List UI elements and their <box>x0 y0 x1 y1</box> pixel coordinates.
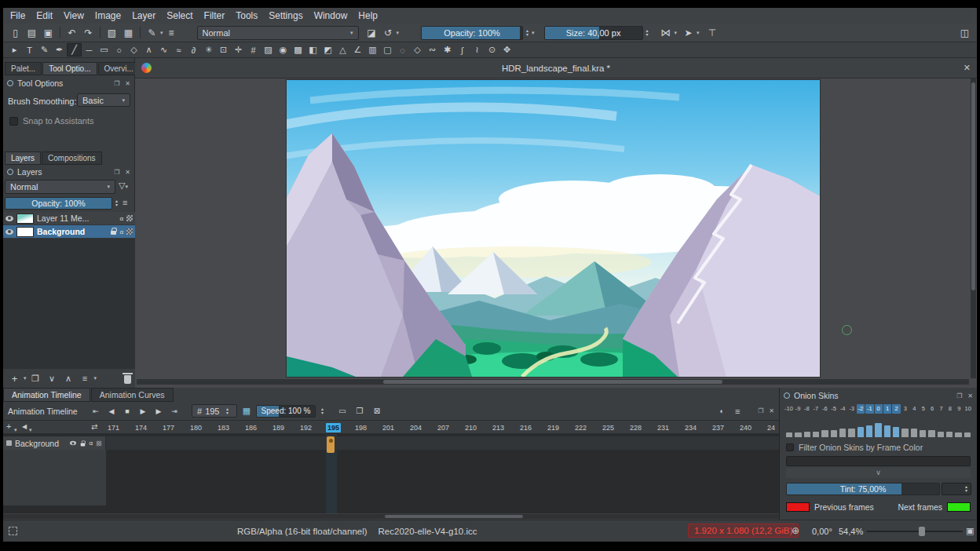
open-document-icon[interactable]: ▤ <box>24 25 40 40</box>
onion-opacity-bar[interactable] <box>911 429 917 437</box>
frame-cell[interactable]: 216 <box>518 421 546 434</box>
next-frames-color-swatch[interactable] <box>947 502 971 512</box>
layer-properties-button[interactable]: ≡ <box>78 372 93 385</box>
menu-item[interactable]: Select <box>161 8 198 24</box>
onion-offset-cell[interactable]: 0 <box>875 404 883 414</box>
size-slider[interactable]: Size: 40,00 px <box>544 26 643 40</box>
line-tool-icon[interactable]: ─ <box>82 43 97 57</box>
onion-opacity-bar[interactable] <box>786 432 792 437</box>
timeline-tab[interactable]: Animation Timeline <box>3 388 90 402</box>
frame-cell[interactable]: 177 <box>161 421 188 434</box>
dropdown-caret-icon[interactable]: ▾ <box>24 375 27 381</box>
onion-offset-cell[interactable]: 8 <box>946 404 954 414</box>
polygon-tool-icon[interactable]: ◇ <box>126 43 141 57</box>
onion-opacity-bar[interactable] <box>893 427 899 437</box>
inherit-alpha-icon[interactable]: α <box>119 228 123 235</box>
remove-keyframe-icon[interactable]: ◀ <box>22 423 27 430</box>
onion-offset-cell[interactable]: -3 <box>847 404 855 414</box>
frame-cell[interactable]: 171 <box>106 421 133 434</box>
mirror-vertical-icon[interactable]: ➤ <box>680 25 697 40</box>
onion-offset-cell[interactable]: 9 <box>955 404 963 414</box>
opacity-slider[interactable]: Opacity: 100% <box>421 26 523 40</box>
onion-opacity-bar[interactable] <box>920 430 926 437</box>
next-frame-icon[interactable]: ▶ <box>152 404 166 418</box>
frame-cell[interactable]: 189 <box>271 421 298 434</box>
float-docker-icon[interactable]: ❐ <box>114 169 119 176</box>
frame-cell[interactable]: 186 <box>243 421 271 434</box>
brush-smoothing-combo[interactable]: Basic ▾ <box>77 93 130 107</box>
frame-cell[interactable]: 222 <box>573 421 601 434</box>
onion-offset-cell[interactable]: 10 <box>964 404 972 414</box>
onion-opacity-bar[interactable] <box>964 432 971 437</box>
freehand-path-tool-icon[interactable]: ≈ <box>171 43 186 57</box>
current-frame-field[interactable]: # 195 ▴▾ <box>192 404 237 418</box>
close-docker-icon[interactable]: ✕ <box>125 169 130 176</box>
skip-to-start-icon[interactable]: ⇤ <box>89 404 103 418</box>
zoom-tool-icon[interactable]: ⊙ <box>485 43 499 57</box>
rectangle-tool-icon[interactable]: ▭ <box>97 43 112 57</box>
select-elliptical-icon[interactable]: ◌ <box>395 43 410 57</box>
track-channel-icon[interactable] <box>97 440 101 445</box>
dock-tab[interactable]: Tool Optio... <box>42 62 97 75</box>
tint-spinbox[interactable]: ▴▾ <box>942 483 971 495</box>
layer-options-menu-icon[interactable]: ≡ <box>122 198 127 207</box>
frame-color-filter-field[interactable] <box>786 456 971 466</box>
bezier-curve-tool-icon[interactable]: ∿ <box>156 43 171 57</box>
onion-opacity-bar[interactable] <box>866 425 872 437</box>
frame-cell[interactable]: 213 <box>491 421 518 434</box>
keyframe-marker[interactable] <box>327 436 335 453</box>
frame-cell[interactable]: 24 <box>766 421 779 434</box>
move-layer-up-button[interactable]: ∧ <box>61 372 76 385</box>
ellipse-tool-icon[interactable]: ○ <box>112 43 126 57</box>
timeline-tab[interactable]: Animation Curves <box>91 388 174 402</box>
assistants-tool-icon[interactable]: △ <box>335 43 350 57</box>
playback-speed-slider[interactable]: Speed: 100 % <box>256 405 316 418</box>
track-label[interactable]: Background α <box>3 436 106 450</box>
onion-opacity-bar[interactable] <box>875 423 881 437</box>
freehand-brush-tool-icon[interactable]: ╱ <box>67 43 82 57</box>
select-magnetic-icon[interactable]: ≀ <box>470 43 485 57</box>
onion-offset-cell[interactable]: -7 <box>812 404 820 414</box>
move-layer-down-button[interactable]: ∨ <box>45 372 60 385</box>
calligraphy-tool-icon[interactable]: ✒ <box>52 43 67 57</box>
dynamic-brush-tool-icon[interactable]: ∂ <box>186 43 201 57</box>
eraser-mode-icon[interactable]: ◪ <box>364 25 380 40</box>
dropdown-caret-icon[interactable]: ▾ <box>397 30 400 36</box>
onion-opacity-bar[interactable] <box>946 432 953 437</box>
undo-icon[interactable]: ↶ <box>64 25 80 40</box>
onion-opacity-bar[interactable] <box>901 429 908 437</box>
onion-offset-cell[interactable]: -10 <box>784 404 793 414</box>
frame-cell[interactable]: 228 <box>628 421 656 434</box>
track-cells[interactable] <box>106 436 779 450</box>
duplicate-layer-button[interactable]: ❐ <box>28 372 43 385</box>
select-rectangular-icon[interactable]: ▢ <box>380 43 395 57</box>
add-keyframe-icon[interactable]: + <box>6 421 11 431</box>
onion-offset-cell[interactable]: 2 <box>892 404 900 414</box>
play-icon[interactable]: ▶ <box>136 404 150 418</box>
timeline-hscrollbar[interactable] <box>3 514 779 519</box>
move-tool-icon[interactable]: ✛ <box>231 43 246 57</box>
blend-mode-combo[interactable]: Normal ▾ <box>197 26 359 40</box>
menu-item[interactable]: Settings <box>263 8 308 24</box>
polyline-tool-icon[interactable]: ∧ <box>141 43 156 57</box>
frame-cell[interactable]: 210 <box>463 421 491 434</box>
onion-opacity-bar[interactable] <box>795 432 801 437</box>
frame-cell[interactable]: 204 <box>408 421 436 434</box>
layer-lock-icon[interactable] <box>111 231 116 235</box>
text-tool-icon[interactable]: T <box>22 43 37 57</box>
dropdown-caret-icon[interactable]: ▾ <box>675 30 678 36</box>
skip-to-end-icon[interactable]: ⇥ <box>167 404 181 418</box>
edit-shapes-tool-icon[interactable]: ✎ <box>37 43 52 57</box>
brush-editor-icon[interactable]: ≡ <box>163 25 180 40</box>
pattern-chooser-icon[interactable]: ▦ <box>120 25 137 40</box>
menu-item[interactable]: Help <box>353 8 383 24</box>
frame-cell[interactable]: 201 <box>381 421 408 434</box>
layer-filter-icon[interactable]: ▽▾ <box>119 181 128 191</box>
pattern-edit-tool-icon[interactable]: ▩ <box>291 43 305 57</box>
gradient-tool-icon[interactable]: ▨ <box>261 43 276 57</box>
frame-cell[interactable]: 237 <box>711 421 738 434</box>
menu-item[interactable]: Image <box>90 8 126 24</box>
gradient-chooser-icon[interactable]: ▧ <box>104 25 120 40</box>
track-lock-icon[interactable] <box>81 443 86 446</box>
tint-slider[interactable]: Tint: 75,00% <box>786 483 940 495</box>
